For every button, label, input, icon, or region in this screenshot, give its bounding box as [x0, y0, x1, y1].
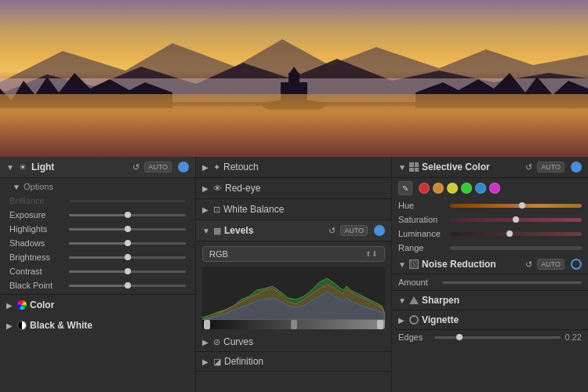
- retouch-row[interactable]: ▶ ✦ Retouch: [196, 157, 391, 178]
- noise-toggle[interactable]: [571, 259, 582, 270]
- brilliance-track: [69, 200, 186, 202]
- bw-title: Black & White: [30, 320, 189, 331]
- swatch-red[interactable]: [419, 183, 430, 194]
- sharpen-header[interactable]: ▼ Sharpen: [392, 291, 588, 310]
- hue-slider-row[interactable]: Hue: [392, 198, 588, 212]
- luminance-label: Luminance: [398, 229, 445, 238]
- sharpen-title: Sharpen: [422, 295, 582, 306]
- bw-section-header[interactable]: ▶ Black & White: [0, 315, 195, 336]
- hue-thumb: [519, 202, 525, 209]
- redeye-icon: 👁: [213, 183, 222, 193]
- noise-reset-icon[interactable]: ↺: [525, 260, 532, 270]
- sharpen-chevron-icon: ▼: [398, 296, 406, 304]
- exposure-track[interactable]: [69, 214, 186, 216]
- noise-icon: [409, 260, 419, 269]
- histogram-mid-handle[interactable]: [291, 320, 297, 329]
- selective-color-toggle[interactable]: [571, 162, 582, 172]
- luminance-track[interactable]: [450, 232, 582, 236]
- definition-row[interactable]: ▶ ◪ Definition: [196, 352, 391, 372]
- histogram-black-handle[interactable]: [204, 320, 210, 329]
- range-track[interactable]: [450, 246, 582, 250]
- histogram-slider[interactable]: [202, 320, 385, 329]
- light-toggle[interactable]: [178, 162, 189, 172]
- light-auto-badge[interactable]: AUTO: [144, 162, 172, 172]
- levels-toggle[interactable]: [374, 225, 385, 236]
- curves-icon: ⊘: [213, 337, 220, 347]
- shadows-track[interactable]: [69, 242, 186, 245]
- histogram-white-handle[interactable]: [377, 320, 383, 329]
- levels-reset-icon[interactable]: ↺: [328, 226, 336, 236]
- light-options-subsection: ▼ Options Brilliance Exposure Highlights: [0, 178, 195, 294]
- shadows-label: Shadows: [9, 238, 64, 248]
- color-section-header[interactable]: ▶ Color: [0, 294, 195, 315]
- vignette-chevron-icon: ▶: [398, 316, 406, 324]
- eyedropper-button[interactable]: ✎: [398, 181, 412, 195]
- hue-track[interactable]: [450, 204, 582, 208]
- color-wheel-icon: [17, 300, 27, 310]
- light-chevron-icon: ▼: [6, 163, 14, 171]
- light-section-header[interactable]: ▼ ☀ Light ↺ AUTO: [0, 157, 195, 178]
- vignette-header[interactable]: ▶ Vignette: [392, 310, 588, 330]
- dropdown-arrows-icon: ⬆⬇: [365, 250, 378, 258]
- light-reset-icon[interactable]: ↺: [132, 162, 140, 172]
- saturation-track[interactable]: [450, 218, 582, 222]
- contrast-label: Contrast: [9, 267, 64, 276]
- curves-row[interactable]: ▶ ⊘ Curves: [196, 332, 391, 352]
- edges-track[interactable]: [434, 336, 561, 339]
- histogram-svg: [202, 267, 385, 320]
- hue-label: Hue: [398, 201, 445, 210]
- edges-thumb: [456, 334, 463, 340]
- edges-row: Edges 0.22: [392, 330, 588, 344]
- levels-chevron-icon: ▼: [202, 227, 210, 234]
- noise-auto-badge[interactable]: AUTO: [537, 259, 564, 270]
- options-header: ▼ Options: [0, 180, 195, 194]
- levels-title: Levels: [224, 225, 325, 236]
- sharpen-icon: [409, 296, 419, 304]
- noise-reduction-title: Noise Reduction: [422, 259, 522, 270]
- highlights-track[interactable]: [69, 228, 186, 230]
- photo-preview: [0, 0, 588, 157]
- brightness-row[interactable]: Brightness: [0, 250, 195, 264]
- saturation-slider-row[interactable]: Saturation: [392, 212, 588, 227]
- options-chevron-icon: ▼: [13, 183, 20, 191]
- water-reflection: [0, 94, 588, 157]
- selective-color-icon: [409, 162, 419, 172]
- rgb-dropdown[interactable]: RGB ⬆⬇: [202, 246, 385, 262]
- contrast-track[interactable]: [69, 270, 186, 273]
- selective-color-auto-badge[interactable]: AUTO: [537, 162, 564, 172]
- black-point-row[interactable]: Black Point: [0, 278, 195, 292]
- amount-slider[interactable]: Amount: [398, 278, 582, 287]
- noise-chevron-icon: ▼: [398, 260, 406, 268]
- shadows-row[interactable]: Shadows: [0, 236, 195, 250]
- noise-reduction-header[interactable]: ▼ Noise Reduction ↺ AUTO: [392, 255, 588, 274]
- definition-icon: ◪: [213, 357, 221, 367]
- exposure-row[interactable]: Exposure: [0, 208, 195, 222]
- rgb-dropdown-label: RGB: [209, 249, 228, 259]
- wb-chevron-icon: ▶: [202, 205, 210, 213]
- selective-color-chevron-icon: ▼: [398, 163, 406, 171]
- definition-label: Definition: [224, 356, 263, 367]
- black-point-track[interactable]: [69, 285, 186, 287]
- swatch-orange[interactable]: [433, 183, 444, 194]
- swatch-purple[interactable]: [489, 183, 500, 194]
- histogram: [202, 267, 385, 329]
- amount-track[interactable]: [442, 281, 582, 284]
- color-chevron-icon: ▶: [6, 301, 14, 309]
- range-slider-row[interactable]: Range: [392, 241, 588, 255]
- white-balance-row[interactable]: ▶ ⊡ White Balance: [196, 199, 391, 220]
- swatch-green[interactable]: [461, 183, 472, 194]
- redeye-row[interactable]: ▶ 👁 Red-eye: [196, 178, 391, 199]
- brightness-track[interactable]: [69, 256, 186, 259]
- selective-color-reset-icon[interactable]: ↺: [525, 162, 532, 172]
- luminance-slider-row[interactable]: Luminance: [392, 227, 588, 241]
- swatch-blue[interactable]: [475, 183, 486, 194]
- contrast-row[interactable]: Contrast: [0, 264, 195, 278]
- swatch-yellow[interactable]: [447, 183, 458, 194]
- levels-section-header[interactable]: ▼ ▦ Levels ↺ AUTO: [196, 220, 391, 241]
- svg-rect-6: [289, 73, 299, 89]
- redeye-chevron-icon: ▶: [202, 184, 210, 192]
- selective-color-header[interactable]: ▼ Selective Color ↺ AUTO: [392, 157, 588, 178]
- vignette-title: Vignette: [422, 314, 582, 325]
- highlights-row[interactable]: Highlights: [0, 222, 195, 236]
- levels-auto-badge[interactable]: AUTO: [340, 225, 368, 236]
